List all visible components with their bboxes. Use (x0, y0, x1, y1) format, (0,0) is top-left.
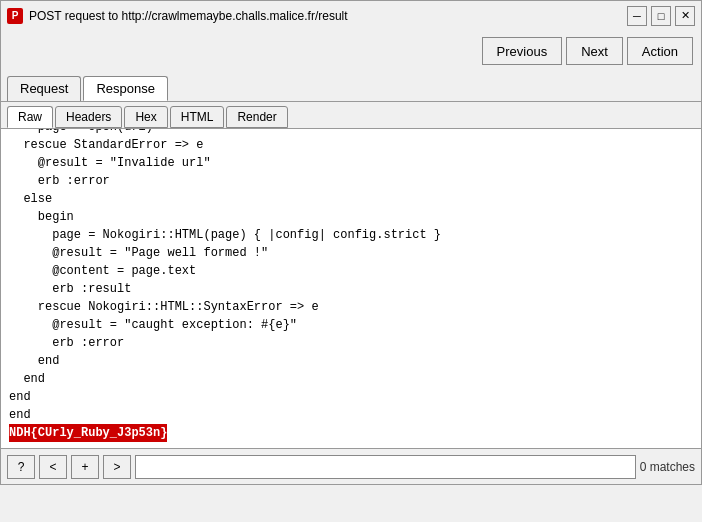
next-result-button[interactable]: > (103, 455, 131, 479)
maximize-button[interactable]: □ (651, 6, 671, 26)
tab-raw[interactable]: Raw (7, 106, 53, 128)
flag-highlight: NDH{CUrly_Ruby_J3p53n} (9, 424, 167, 442)
tab-render[interactable]: Render (226, 106, 287, 128)
code-content: @result = "Attack detected" erb :error e… (1, 129, 701, 448)
sub-tabs: Raw Headers Hex HTML Render (1, 102, 701, 129)
action-button[interactable]: Action (627, 37, 693, 65)
previous-button[interactable]: Previous (482, 37, 563, 65)
search-input[interactable] (135, 455, 636, 479)
window-title: POST request to http://crawlmemaybe.chal… (29, 9, 627, 23)
code-scroll[interactable]: @result = "Attack detected" erb :error e… (1, 129, 701, 448)
tab-headers[interactable]: Headers (55, 106, 122, 128)
tab-html[interactable]: HTML (170, 106, 225, 128)
toolbar: Previous Next Action (0, 30, 702, 72)
help-button[interactable]: ? (7, 455, 35, 479)
tab-response[interactable]: Response (83, 76, 168, 101)
main-tabs: Request Response (0, 72, 702, 101)
close-button[interactable]: ✕ (675, 6, 695, 26)
window-controls: ─ □ ✕ (627, 6, 695, 26)
add-button[interactable]: + (71, 455, 99, 479)
tab-request[interactable]: Request (7, 76, 81, 101)
content-area: @result = "Attack detected" erb :error e… (0, 129, 702, 449)
bottom-bar: ? < + > 0 matches (0, 449, 702, 485)
prev-result-button[interactable]: < (39, 455, 67, 479)
next-button[interactable]: Next (566, 37, 623, 65)
minimize-button[interactable]: ─ (627, 6, 647, 26)
matches-label: 0 matches (640, 460, 695, 474)
app-icon: P (7, 8, 23, 24)
title-bar: P POST request to http://crawlmemaybe.ch… (0, 0, 702, 30)
tab-hex[interactable]: Hex (124, 106, 167, 128)
sub-tabs-container: Raw Headers Hex HTML Render (0, 101, 702, 129)
